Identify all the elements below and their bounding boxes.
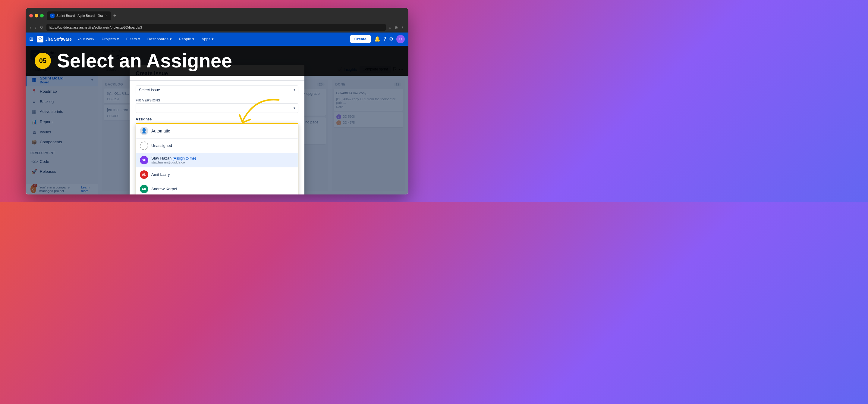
reload-button[interactable]: ↻ bbox=[39, 24, 44, 30]
bookmark-icon[interactable]: ☆ bbox=[388, 25, 392, 30]
browser-window: J Sprint Board - Agile Board - Jira ✕ + … bbox=[26, 8, 408, 195]
fullscreen-button[interactable] bbox=[40, 14, 44, 18]
modal-backdrop: Create issue Select issue Fix versions bbox=[26, 59, 408, 195]
notification-bell-icon[interactable]: 🔔 bbox=[374, 36, 380, 42]
unassigned-icon: – bbox=[140, 141, 148, 150]
address-bar-row: ‹ › ↻ ☆ ⊕ ⋮ bbox=[26, 24, 408, 33]
nav-filters[interactable]: Filters ▾ bbox=[124, 36, 142, 42]
nav-apps[interactable]: Apps ▾ bbox=[200, 36, 216, 42]
fix-versions-field: Fix versions bbox=[135, 98, 299, 113]
assignee-item-stav[interactable]: SH Stav Hazan (Assign to me) stav.hazan@… bbox=[136, 153, 298, 167]
assignee-dropdown: 👤 – Unassigned SH bbox=[135, 123, 299, 195]
jira-favicon: J bbox=[50, 13, 55, 18]
annotation-title: Select an Assignee bbox=[57, 51, 232, 70]
amit-name: Amit Lasry bbox=[151, 172, 170, 177]
assignee-item-unassigned[interactable]: – Unassigned bbox=[136, 138, 298, 153]
fix-versions-label: Fix versions bbox=[135, 98, 299, 102]
assignee-input[interactable] bbox=[151, 129, 294, 133]
browser-actions: ☆ ⊕ ⋮ bbox=[388, 25, 405, 30]
assign-to-me-label: (Assign to me) bbox=[173, 156, 196, 161]
step-badge: 05 bbox=[35, 53, 51, 69]
jira-logo: Jira Software bbox=[37, 36, 72, 42]
minimize-button[interactable] bbox=[35, 14, 38, 18]
top-nav: ⊞ Jira Software Your work Projects ▾ Fil… bbox=[26, 33, 408, 46]
assignee-item-amit[interactable]: AL Amit Lasry bbox=[136, 167, 298, 182]
nav-projects[interactable]: Projects ▾ bbox=[100, 36, 121, 42]
user-avatar[interactable]: U bbox=[396, 35, 405, 43]
back-button[interactable]: ‹ bbox=[29, 24, 32, 30]
assignee-selected-row[interactable]: 👤 bbox=[136, 124, 298, 138]
create-button[interactable]: Create bbox=[350, 35, 371, 43]
nav-dashboards[interactable]: Dashboards ▾ bbox=[146, 36, 174, 42]
close-button[interactable] bbox=[29, 14, 33, 18]
traffic-lights bbox=[29, 14, 44, 18]
settings-icon[interactable]: ⚙ bbox=[389, 36, 393, 42]
tab-close-icon[interactable]: ✕ bbox=[105, 14, 107, 17]
fix-versions-select-wrapper bbox=[135, 103, 299, 113]
browser-chrome: J Sprint Board - Agile Board - Jira ✕ + bbox=[26, 8, 408, 24]
modal-body: Select issue Fix versions Assign bbox=[130, 81, 304, 195]
assignee-field: Assignee 👤 – Unassigned bbox=[135, 117, 299, 195]
nav-people[interactable]: People ▾ bbox=[177, 36, 196, 42]
app-name: Jira Software bbox=[45, 37, 72, 41]
forward-button[interactable]: › bbox=[34, 24, 37, 30]
issue-type-select[interactable]: Select issue bbox=[135, 86, 299, 94]
nav-icons: 🔔 ? ⚙ U bbox=[374, 35, 405, 43]
main-layout: G Guidde Software project ▾ PLANNING ▦ S… bbox=[26, 46, 408, 195]
browser-tab[interactable]: J Sprint Board - Agile Board - Jira ✕ bbox=[47, 11, 111, 20]
andrew-avatar: AK bbox=[140, 185, 148, 193]
andrew-name: Andrew Kerpel bbox=[151, 187, 177, 191]
tab-bar: J Sprint Board - Agile Board - Jira ✕ + bbox=[47, 11, 405, 20]
menu-icon[interactable]: ⋮ bbox=[401, 25, 405, 30]
extensions-icon[interactable]: ⊕ bbox=[395, 25, 398, 30]
jira-logo-icon bbox=[37, 36, 43, 42]
help-icon[interactable]: ? bbox=[383, 36, 386, 42]
assignee-auto-icon: 👤 bbox=[140, 127, 148, 135]
assignee-item-andrew[interactable]: AK Andrew Kerpel bbox=[136, 182, 298, 195]
annotation-bar: 05 Select an Assignee bbox=[26, 46, 408, 76]
stav-info: Stav Hazan (Assign to me) stav.hazan@gui… bbox=[151, 156, 196, 164]
stav-avatar: SH bbox=[140, 156, 148, 164]
stav-email: stav.hazan@guidde.co bbox=[151, 161, 196, 164]
issue-type-field: Select issue bbox=[135, 86, 299, 94]
issue-type-select-wrapper: Select issue bbox=[135, 86, 299, 94]
create-issue-modal: Create issue Select issue Fix versions bbox=[130, 65, 304, 195]
stav-name: Stav Hazan (Assign to me) bbox=[151, 156, 196, 161]
fix-versions-select[interactable] bbox=[135, 103, 299, 113]
unassigned-label: Unassigned bbox=[151, 143, 172, 148]
nav-your-work[interactable]: Your work bbox=[75, 36, 96, 42]
address-bar[interactable] bbox=[46, 24, 386, 31]
tab-title: Sprint Board - Agile Board - Jira bbox=[56, 14, 103, 18]
app-body: ⊞ Jira Software Your work Projects ▾ Fil… bbox=[26, 33, 408, 195]
assignee-label: Assignee bbox=[135, 117, 299, 121]
amit-avatar: AL bbox=[140, 170, 148, 179]
new-tab-button[interactable]: + bbox=[113, 13, 116, 19]
grid-icon[interactable]: ⊞ bbox=[29, 36, 33, 42]
